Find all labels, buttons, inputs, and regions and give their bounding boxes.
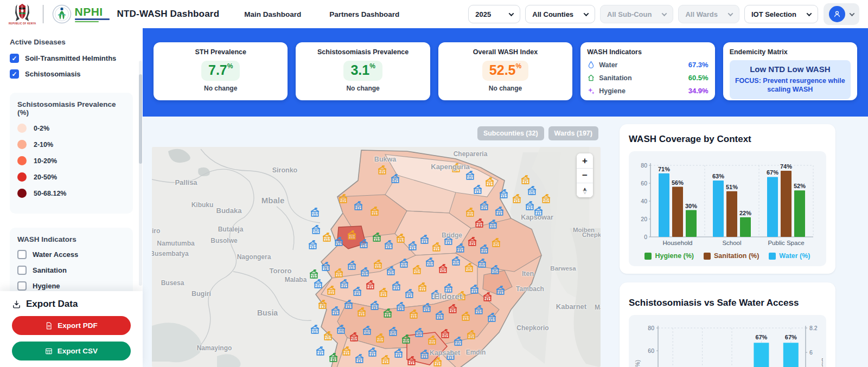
user-menu-button[interactable] bbox=[824, 3, 859, 25]
bar-chart-canvas: 02040608071%56%30%Household63%51%22%Scho… bbox=[632, 157, 823, 249]
indicator-row-hygiene: Hygiene34.9% bbox=[587, 87, 708, 95]
kpi-value-badge: 3.1% bbox=[343, 61, 382, 81]
nphi-logo-icon bbox=[52, 4, 72, 24]
kpi-title: Schistosomiasis Prevalence bbox=[302, 48, 423, 56]
svg-text:WASH (%): WASH (%) bbox=[634, 360, 641, 367]
svg-text:67%: 67% bbox=[755, 334, 767, 340]
map-toolbar: Subcounties (32) Wards (197) bbox=[152, 124, 601, 147]
svg-text:74%: 74% bbox=[780, 163, 792, 170]
legend-color-dot bbox=[17, 156, 27, 165]
filter-value: All Counties bbox=[532, 10, 573, 18]
svg-text:8.2: 8.2 bbox=[809, 325, 818, 331]
svg-text:67%: 67% bbox=[767, 169, 778, 176]
bar-Public Space-Hygiene (%) bbox=[794, 190, 805, 237]
legend-item: 0-2% bbox=[17, 124, 125, 133]
sidebar: Active Diseases ✓Soil-Transmitted Helmin… bbox=[0, 28, 143, 367]
indicator-row-sanitation: Sanitation60.5% bbox=[587, 74, 708, 82]
bar-Household-Hygiene (%) bbox=[686, 210, 697, 237]
export-csv-button[interactable]: Export CSV bbox=[12, 342, 131, 360]
filter-select-all-sub-coun: All Sub-Coun bbox=[600, 5, 673, 23]
wash-filter-2-checkbox[interactable] bbox=[17, 281, 27, 291]
wash-filter-1-checkbox[interactable] bbox=[17, 266, 27, 275]
legend-label: Water (%) bbox=[779, 252, 810, 260]
legend-item-Sanitation (%): Sanitation (%) bbox=[704, 252, 759, 260]
active-diseases-title: Active Diseases bbox=[10, 38, 133, 46]
disease-0-label: Soil-Transmitted Helminths bbox=[25, 54, 116, 62]
svg-text:Household: Household bbox=[663, 240, 693, 246]
kpi-value-badge: 7.7% bbox=[201, 61, 240, 81]
filter-select-all-counties[interactable]: All Counties bbox=[525, 5, 595, 23]
download-icon bbox=[12, 300, 21, 309]
legend-item-Water (%): Water (%) bbox=[769, 252, 810, 260]
svg-text:30%: 30% bbox=[685, 203, 697, 209]
main-content: Subcounties (32) Wards (197) bbox=[143, 117, 868, 367]
svg-text:60: 60 bbox=[641, 180, 647, 186]
wash-indicators-card: WASH Indicators Water67.3%Sanitation60.5… bbox=[580, 42, 714, 100]
kpi-value: 52.5 bbox=[489, 62, 516, 78]
water-bar bbox=[783, 343, 799, 367]
endemicity-level: Low NTD Low WASH bbox=[735, 65, 845, 74]
bar-Public Space-Sanitation (%) bbox=[781, 171, 792, 237]
kenya-coat-of-arms-logo: REPUBLIC OF KENYA bbox=[9, 3, 36, 25]
subcounties-toggle-button[interactable]: Subcounties (32) bbox=[477, 126, 544, 140]
endemicity-focus: FOCUS: Prevent resurgence while scaling … bbox=[735, 77, 845, 94]
svg-text:56%: 56% bbox=[672, 179, 684, 186]
kpi-banner: STH Prevalence7.7%No changeSchistosomias… bbox=[143, 28, 868, 117]
svg-text:20: 20 bbox=[641, 216, 647, 222]
map-tilt-button[interactable]: ▲▽ bbox=[577, 183, 593, 197]
filter-select-iot-selection[interactable]: IOT Selection bbox=[744, 5, 818, 23]
csv-table-icon bbox=[45, 347, 53, 355]
sidebar-scrollbar-thumb[interactable] bbox=[139, 74, 142, 164]
logo-divider bbox=[43, 5, 43, 23]
svg-text:60: 60 bbox=[648, 347, 654, 354]
legend-label: Hygiene (%) bbox=[655, 252, 694, 260]
wash-filter-2-label: Hygiene bbox=[33, 282, 60, 290]
schisto-water-chart-title: Schistosomiasis vs Safe Water Access bbox=[629, 298, 826, 308]
zoom-out-button[interactable]: − bbox=[577, 168, 593, 183]
coat-of-arms-icon bbox=[14, 3, 30, 22]
kpi-change: No change bbox=[160, 85, 281, 92]
export-pdf-button[interactable]: Export PDF bbox=[12, 316, 131, 335]
export-panel: Export Data Export PDF Export CSV bbox=[0, 291, 143, 367]
charts-column: WASH Coverage by Context 02040608071%56%… bbox=[620, 124, 835, 367]
svg-text:80: 80 bbox=[641, 162, 647, 169]
disease-1-label: Schistosomiasis bbox=[25, 70, 81, 78]
kpi-title: STH Prevalence bbox=[160, 48, 281, 56]
bar-Household-Sanitation (%) bbox=[672, 187, 683, 237]
chevron-down-icon bbox=[509, 11, 514, 16]
nav-partners-dashboard[interactable]: Partners Dashboard bbox=[329, 10, 399, 18]
indicator-label: Sanitation bbox=[599, 74, 631, 82]
indicator-value: 60.5% bbox=[688, 74, 709, 82]
legend-item-Hygiene (%): Hygiene (%) bbox=[644, 252, 694, 260]
svg-text:67%: 67% bbox=[785, 334, 797, 340]
disease-1-checkbox[interactable]: ✓ bbox=[10, 69, 19, 79]
pdf-file-icon bbox=[45, 322, 53, 330]
home-icon bbox=[587, 74, 595, 82]
zoom-in-button[interactable]: + bbox=[577, 153, 593, 168]
wards-toggle-button[interactable]: Wards (197) bbox=[548, 126, 598, 140]
indicator-value: 67.3% bbox=[688, 61, 709, 69]
disease-0-checkbox[interactable]: ✓ bbox=[10, 54, 19, 63]
filter-select-2025[interactable]: 2025 bbox=[468, 5, 520, 23]
kpi-card-1: Schistosomiasis Prevalence3.1%No change bbox=[296, 42, 430, 100]
nav-main-dashboard[interactable]: Main Dashboard bbox=[244, 10, 301, 18]
chevron-down-icon bbox=[584, 11, 589, 16]
coat-of-arms-caption: REPUBLIC OF KENYA bbox=[9, 22, 36, 25]
choropleth-map[interactable]: ChepareriaBukwaKapenguriaSironkoPallisaM… bbox=[152, 147, 601, 367]
kpi-unit: % bbox=[227, 62, 233, 70]
kpi-unit: % bbox=[369, 62, 375, 70]
wash-filter-0: Water Access bbox=[17, 250, 125, 259]
disease-1: ✓Schistosomiasis bbox=[10, 69, 133, 79]
nphi-wordmark: NPHI bbox=[75, 6, 110, 17]
wash-filter-1: Sanitation bbox=[17, 266, 125, 275]
filter-select-all-wards: All Wards bbox=[678, 5, 739, 23]
wash-filter-0-checkbox[interactable] bbox=[17, 250, 27, 259]
svg-text:51%: 51% bbox=[726, 184, 738, 190]
legend-item-label: 20-50% bbox=[34, 173, 57, 181]
prevalence-legend-title: Schistosomiasis Prevalence (%) bbox=[17, 100, 125, 117]
chevron-down-icon bbox=[807, 11, 812, 16]
indicator-value: 34.9% bbox=[688, 87, 709, 95]
legend-swatch bbox=[769, 253, 776, 260]
legend-color-dot bbox=[17, 172, 27, 182]
svg-text:63%: 63% bbox=[712, 173, 724, 179]
